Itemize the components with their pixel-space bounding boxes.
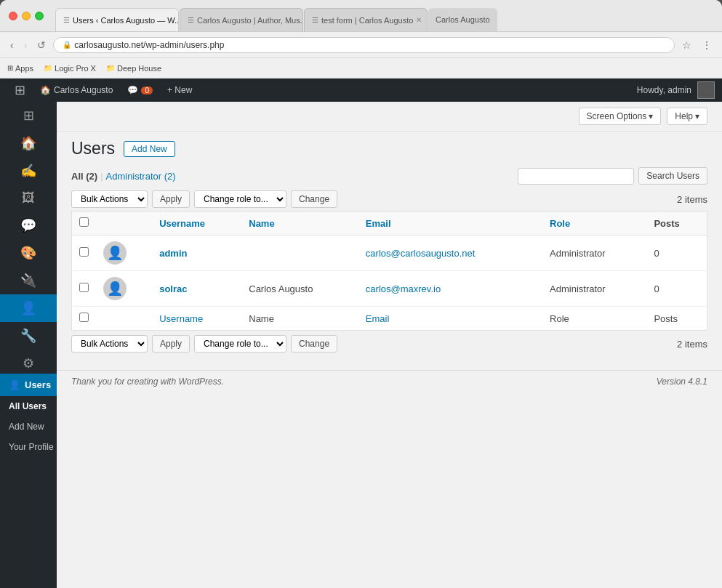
bookmark-logic-pro[interactable]: 📁 Logic Pro X [44,64,96,73]
row-role-cell: Administrator [542,235,646,271]
comments-badge: 0 [141,86,153,94]
help-button[interactable]: Help ▾ [667,108,707,125]
submenu-header[interactable]: 👤 Users [0,374,57,396]
sidebar-item-posts[interactable]: ✍ [0,157,57,185]
avatar[interactable] [697,81,715,99]
wp-admin: ⊞ 🏠 Carlos Augusto 💬 0 + New Howdy, admi… [0,78,722,588]
username-link[interactable]: admin [159,248,187,259]
submenu-item-all-users[interactable]: All Users [0,396,57,416]
maximize-button[interactable] [35,12,44,20]
sidebar-item-home[interactable]: 🏠 [0,129,57,157]
add-new-button[interactable]: Add New [124,141,175,157]
row-role-cell: Administrator [542,271,646,307]
col-role-header: Role [542,212,646,235]
sidebar-item-tools[interactable]: 🔧 [0,322,57,350]
row-checkbox[interactable] [79,247,89,257]
posts-icon: ✍ [20,163,36,179]
tab-extra[interactable]: Carlos Augusto [428,8,497,31]
tab-users[interactable]: ☰ Users ‹ Carlos Augusto — W... ✕ [55,8,179,31]
comments-link[interactable]: 💬 0 [120,85,160,95]
wp-top-bar: ⊞ 🏠 Carlos Augusto 💬 0 + New Howdy, admi… [0,78,722,102]
chevron-down-icon: ▾ [695,111,699,121]
row-checkbox[interactable] [79,283,89,292]
tab-author[interactable]: ☰ Carlos Augusto | Author, Mus... ✕ [180,8,303,31]
sidebar-item-users[interactable]: 👤 [0,294,57,322]
table-body: 👤 admin carlos@carlosaugusto.net Adminis… [72,235,707,331]
apply-button-top[interactable]: Apply [152,190,190,208]
email-link[interactable]: carlos@carlosaugusto.net [366,248,476,259]
email-footer-label[interactable]: Email [366,313,390,324]
users-table: Username Name Email Role [71,211,707,331]
submenu-item-label: Add New [9,422,44,432]
filter-all[interactable]: All (2) [71,171,97,182]
username-col-label[interactable]: Username [159,218,205,229]
username-footer-label[interactable]: Username [159,313,203,324]
submenu-item-your-profile[interactable]: Your Profile [0,437,57,457]
bookmark-apps[interactable]: ⊞ Apps [7,64,33,73]
tab-label: Carlos Augusto [436,15,490,24]
submenu-item-label: Your Profile [9,442,54,452]
comments-icon: 💬 [20,217,36,233]
users-icon: 👤 [9,379,20,390]
search-users-input[interactable] [518,168,634,185]
minimize-button[interactable] [22,12,31,20]
change-button-bottom[interactable]: Change [291,335,337,353]
select-all-checkbox-bottom[interactable] [79,313,89,322]
col-avatar-header [96,212,152,235]
role-col-label: Role [550,218,570,229]
header-row: Username Name Email Role [72,212,707,235]
tab-testform[interactable]: ☰ test form | Carlos Augusto ✕ [304,8,428,31]
address-bar[interactable]: 🔒 carlosaugusto.net/wp-admin/users.php [53,37,675,53]
bulk-actions-select-bottom[interactable]: Bulk Actions [71,335,148,353]
close-button[interactable] [9,12,17,20]
name-col-label: Name [249,218,274,229]
bulk-actions-select-top[interactable]: Bulk Actions [71,190,148,208]
browser-tabs: ☰ Users ‹ Carlos Augusto — W... ✕ ☰ Carl… [55,0,713,31]
tools-icon: 🔧 [20,328,36,344]
folder-icon: 📁 [44,64,52,72]
menu-button[interactable]: ⋮ [699,38,715,52]
select-all-checkbox-top[interactable] [79,217,89,227]
row-email-cell: carlos@maxrev.io [358,271,542,307]
wp-logo[interactable]: ⊞ [7,82,33,98]
row-posts-footer: Posts [646,307,707,331]
screen-options-button[interactable]: Screen Options ▾ [579,108,662,125]
row-username-cell: admin [152,235,241,271]
sidebar-item-dashboard[interactable]: ⊞ [0,102,57,129]
apply-button-bottom[interactable]: Apply [152,335,190,353]
bookmark-deep-house[interactable]: 📁 Deep House [106,64,161,73]
sidebar-item-appearance[interactable]: 🎨 [0,239,57,267]
row-name-cell: Carlos Augusto [241,271,358,307]
tab-label: test form | Carlos Augusto [321,16,413,25]
change-button-top[interactable]: Change [291,190,337,208]
username-link[interactable]: solrac [159,283,187,294]
posts-col-label: Posts [654,218,679,229]
site-name-text: Carlos Augusto [54,85,113,95]
filter-administrator[interactable]: Administrator (2) [106,171,176,182]
lock-icon: 🔒 [63,41,71,49]
bookmark-label: Apps [15,64,33,73]
site-name-link[interactable]: 🏠 Carlos Augusto [33,85,120,95]
change-role-select-bottom[interactable]: Change role to... [194,335,286,353]
name-footer-label: Name [249,313,274,324]
refresh-button[interactable]: ↺ [34,38,49,52]
back-button[interactable]: ‹ [7,38,17,52]
email-col-label[interactable]: Email [366,218,391,229]
forward-button[interactable]: › [21,38,31,52]
change-role-select-top[interactable]: Change role to... [194,190,286,208]
new-content-link[interactable]: + New [160,85,199,95]
items-count-top: 2 items [677,194,707,205]
sidebar-item-media[interactable]: 🖼 [0,185,57,212]
page-content: Users Add New All (2) | Administrator (2… [57,132,722,370]
bulk-actions-bar-bottom: Bulk Actions Apply Change role to... Cha… [71,335,707,353]
sidebar-item-plugins[interactable]: 🔌 [0,267,57,294]
email-link[interactable]: carlos@maxrev.io [366,283,441,294]
bookmark-button[interactable]: ☆ [679,38,694,52]
submenu-item-add-new[interactable]: Add New [0,416,57,437]
sidebar-item-comments[interactable]: 💬 [0,212,57,239]
tab-close-icon[interactable]: ✕ [416,16,422,24]
search-users-button[interactable]: Search Users [638,167,707,185]
user-avatar: 👤 [103,277,127,300]
row-avatar-cell: 👤 [96,235,152,271]
users-submenu: 👤 Users All Users Add New Your Profile [0,374,57,457]
